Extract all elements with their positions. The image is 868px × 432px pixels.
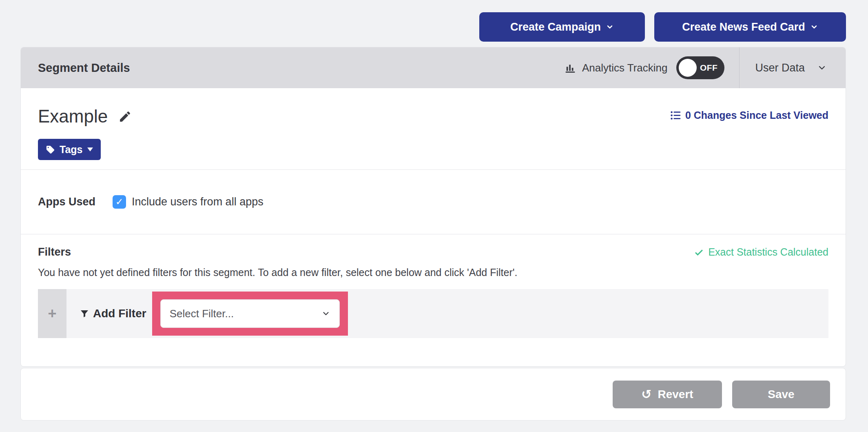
annotation-highlight-box: Select Filter...: [152, 292, 348, 336]
select-filter-dropdown[interactable]: Select Filter...: [160, 299, 340, 328]
card-header-bar: Segment Details Analytics Tracking OFF: [21, 47, 846, 88]
chevron-down-icon: [810, 23, 818, 31]
caret-down-icon: [87, 147, 93, 151]
filters-section: Filters Exact Statistics Calculated You …: [21, 234, 846, 338]
apps-used-label: Apps Used: [38, 196, 95, 208]
include-all-apps-checkbox[interactable]: ✓: [113, 195, 126, 209]
create-campaign-button[interactable]: Create Campaign: [479, 12, 645, 42]
create-news-feed-card-label: Create News Feed Card: [682, 21, 805, 33]
tag-icon: [46, 145, 55, 154]
chevron-down-icon: [817, 63, 827, 73]
create-campaign-label: Create Campaign: [510, 21, 601, 33]
user-data-dropdown[interactable]: User Data: [755, 62, 846, 74]
tags-button[interactable]: Tags: [38, 139, 101, 160]
bar-chart-icon: [564, 62, 576, 74]
user-data-label: User Data: [755, 62, 805, 74]
revert-button[interactable]: ↺ Revert: [613, 381, 722, 408]
create-news-feed-card-button[interactable]: Create News Feed Card: [654, 12, 846, 42]
revert-icon: ↺: [641, 388, 651, 401]
segment-details-card: Segment Details Analytics Tracking OFF: [20, 47, 846, 367]
toggle-state-label: OFF: [700, 63, 718, 73]
include-all-apps-label: Include users from all apps: [132, 196, 264, 208]
changes-link-label: 0 Changes Since Last Viewed: [685, 109, 828, 121]
page-title: Segment Details: [38, 61, 130, 75]
analytics-tracking-group: Analytics Tracking: [564, 62, 668, 74]
edit-pencil-icon[interactable]: [118, 110, 132, 123]
exact-statistics-label: Exact Statistics Calculated: [708, 246, 828, 258]
chevron-down-icon: [606, 23, 614, 31]
add-filter-plus-button[interactable]: +: [38, 289, 66, 338]
plus-icon: +: [48, 305, 56, 322]
exact-statistics-status: Exact Statistics Calculated: [694, 246, 828, 258]
apps-used-section: Apps Used ✓ Include users from all apps: [21, 170, 846, 234]
footer-actions-card: ↺ Revert Save: [20, 368, 846, 421]
checkmark-glyph: ✓: [115, 196, 123, 207]
select-filter-placeholder: Select Filter...: [170, 307, 234, 320]
revert-button-label: Revert: [658, 388, 693, 401]
save-button[interactable]: Save: [732, 381, 830, 408]
filters-title: Filters: [38, 246, 71, 258]
tags-button-label: Tags: [60, 144, 83, 156]
funnel-icon: [80, 309, 89, 318]
analytics-tracking-label: Analytics Tracking: [582, 62, 668, 74]
chevron-down-icon: [321, 309, 330, 318]
toggle-knob: [679, 59, 697, 77]
segment-title-section: Example 0 Changes Since Last Viewed: [21, 88, 846, 169]
analytics-tracking-toggle[interactable]: OFF: [676, 56, 724, 79]
segment-name: Example: [38, 106, 108, 127]
header-divider: [739, 47, 740, 88]
add-filter-label: Add Filter: [93, 307, 146, 320]
filters-empty-message: You have not yet defined filters for thi…: [38, 267, 828, 278]
save-button-label: Save: [768, 388, 794, 401]
add-filter-row: + Add Filter Select Filter...: [38, 289, 828, 338]
add-filter-label-group: Add Filter: [80, 307, 146, 320]
change-list-icon: [670, 110, 681, 121]
check-icon: [694, 247, 704, 257]
changes-since-last-viewed-link[interactable]: 0 Changes Since Last Viewed: [670, 109, 828, 121]
